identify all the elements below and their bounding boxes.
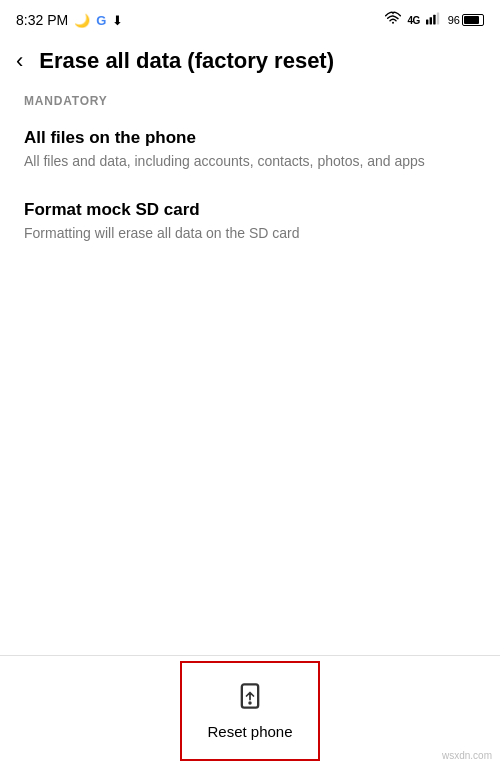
watermark: wsxdn.com	[442, 750, 492, 761]
list-item-sdcard-title: Format mock SD card	[24, 200, 476, 220]
page-header: ‹ Erase all data (factory reset)	[0, 36, 500, 86]
status-bar: 8:32 PM 🌙 G ⬇ 4G 96	[0, 0, 500, 36]
google-icon: G	[96, 13, 106, 28]
bottom-action-area: Reset phone	[0, 655, 500, 765]
svg-rect-3	[433, 15, 435, 25]
reset-phone-icon	[236, 682, 264, 717]
list-item-files-title: All files on the phone	[24, 128, 476, 148]
svg-rect-1	[426, 20, 428, 25]
section-label: MANDATORY	[24, 94, 476, 108]
svg-rect-4	[437, 12, 439, 24]
moon-icon: 🌙	[74, 13, 90, 28]
svg-point-6	[248, 701, 252, 705]
battery-icon: 96	[448, 14, 484, 26]
svg-point-0	[392, 22, 394, 24]
status-left: 8:32 PM 🌙 G ⬇	[16, 12, 123, 28]
status-time: 8:32 PM	[16, 12, 68, 28]
wifi-icon	[385, 11, 401, 29]
status-right: 4G 96	[385, 11, 484, 29]
back-button[interactable]: ‹	[16, 48, 23, 74]
list-item-files: All files on the phone All files and dat…	[24, 128, 476, 172]
list-item-sdcard-subtitle: Formatting will erase all data on the SD…	[24, 224, 476, 244]
svg-rect-2	[429, 17, 431, 24]
page-title: Erase all data (factory reset)	[39, 48, 484, 74]
list-item-files-subtitle: All files and data, including accounts, …	[24, 152, 476, 172]
main-content: MANDATORY All files on the phone All fil…	[0, 86, 500, 279]
signal-icon	[426, 11, 442, 29]
reset-phone-label: Reset phone	[207, 723, 292, 740]
download-icon: ⬇	[112, 13, 123, 28]
reset-phone-button[interactable]: Reset phone	[180, 661, 320, 761]
list-item-sdcard: Format mock SD card Formatting will eras…	[24, 200, 476, 244]
network-type-icon: 4G	[407, 15, 419, 26]
